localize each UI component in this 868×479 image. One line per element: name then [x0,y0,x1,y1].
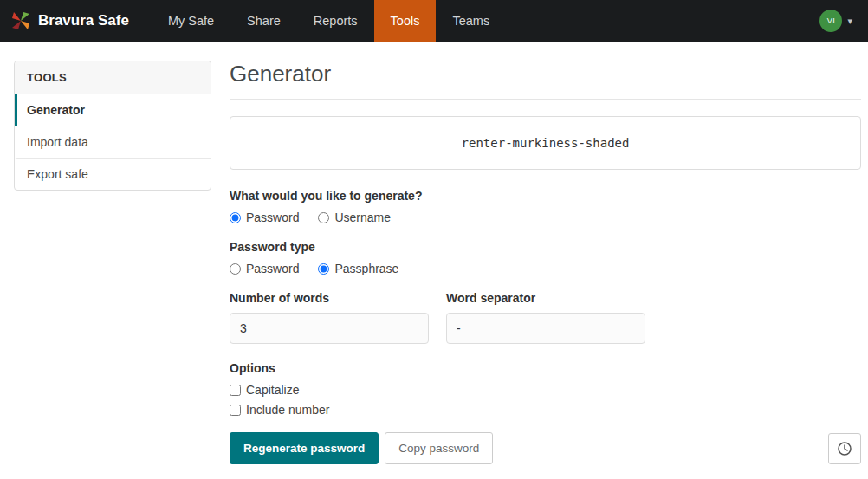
nav-item-tools[interactable]: Tools [374,0,437,42]
regenerate-password-button[interactable]: Regenerate password [230,432,379,464]
avatar: VI [819,10,842,32]
include-number-label: Include number [246,403,330,417]
page-title: Generator [230,61,861,100]
capitalize-label: Capitalize [246,383,299,397]
sidebar-item-import-data[interactable]: Import data [15,126,211,159]
content-area: TOOLS Generator Import data Export safe … [0,42,868,473]
generate-password-label: Password [246,210,299,224]
sidebar-item-export-safe[interactable]: Export safe [15,159,211,190]
nav-item-my-safe[interactable]: My Safe [152,0,230,42]
generate-question-label: What would you like to generate? [230,189,861,203]
brand-home-link[interactable]: Bravura Safe [10,0,129,42]
generate-password-radio[interactable] [230,212,241,223]
generated-password-display[interactable]: renter-murkiness-shaded [230,116,861,170]
sidebar-item-generator[interactable]: Generator [15,94,211,126]
brand-name: Bravura Safe [38,12,129,29]
sidebar-title: TOOLS [15,61,211,94]
generate-option-password[interactable]: Password [230,210,299,224]
copy-password-button[interactable]: Copy password [385,432,493,464]
password-type-option-password[interactable]: Password [230,262,299,275]
number-of-words-input[interactable] [230,313,429,344]
password-type-passphrase-radio[interactable] [318,263,329,275]
nav-item-share[interactable]: Share [230,0,297,42]
password-history-button[interactable] [828,433,861,464]
nav-item-teams[interactable]: Teams [436,0,506,42]
actions-row: Regenerate password Copy password [230,432,861,464]
number-of-words-field: Number of words [230,291,429,344]
capitalize-option[interactable]: Capitalize [230,383,861,397]
top-navigation: Bravura Safe My Safe Share Reports Tools… [0,0,868,42]
password-type-option-passphrase[interactable]: Passphrase [318,262,398,275]
number-of-words-label: Number of words [230,291,429,305]
word-separator-label: Word separator [446,291,645,305]
include-number-checkbox[interactable] [230,405,241,416]
clock-history-icon [837,441,852,456]
actions-left: Regenerate password Copy password [230,432,493,464]
tools-sidebar: TOOLS Generator Import data Export safe [14,61,211,191]
generator-panel: Generator renter-murkiness-shaded What w… [230,61,861,473]
capitalize-checkbox[interactable] [230,385,241,396]
word-separator-field: Word separator [446,291,645,344]
generate-username-label: Username [334,210,391,224]
generate-username-radio[interactable] [318,212,329,223]
password-type-passphrase-label: Passphrase [334,262,398,275]
password-type-password-radio[interactable] [230,263,241,275]
password-type-label: Password type [230,240,861,254]
passphrase-settings-row: Number of words Word separator [230,291,861,344]
include-number-option[interactable]: Include number [230,403,861,417]
options-list: Capitalize Include number [230,383,861,417]
options-label: Options [230,361,861,375]
word-separator-input[interactable] [446,313,645,344]
password-type-radio-group: Password Passphrase [230,262,861,275]
chevron-down-icon: ▾ [847,16,852,27]
account-menu[interactable]: VI ▾ [804,0,868,42]
generate-option-username[interactable]: Username [318,210,391,224]
nav-item-reports[interactable]: Reports [297,0,374,42]
bravura-logo-icon [10,10,31,31]
nav-spacer [506,0,804,42]
password-type-password-label: Password [246,262,299,275]
generate-type-radio-group: Password Username [230,210,861,224]
nav-items: My Safe Share Reports Tools Teams [152,0,506,42]
